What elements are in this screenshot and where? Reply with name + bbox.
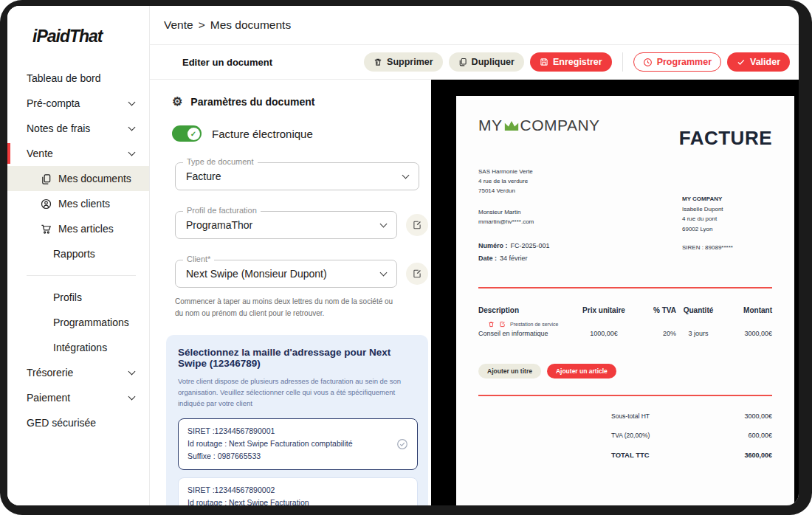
siren-number: SIREN : 89089***** [682,243,772,253]
copy-icon [458,58,467,66]
sidebar-item-vente[interactable]: Vente [7,141,149,166]
check-circle-icon [396,438,408,450]
chevron-down-icon [128,148,136,156]
addressing-panel: Sélectionnez la maille d'adressage pour … [166,335,428,505]
sidebar-divider [27,275,136,276]
parametres-section-header: ⚙ Paramètres du document [150,96,431,108]
breadcrumb: Vente > Mes documents [150,6,799,45]
page-title: Editer un document [182,57,272,68]
invoice-meta: Numéro :FC-2025-001 Date :34 février [478,240,550,265]
supprimer-button[interactable]: Supprimer [364,52,443,72]
sidebar-item-integrations[interactable]: Intégrations [7,335,149,360]
client-select[interactable]: Client* Next Swipe (Monsieur Dupont) [175,260,397,288]
sidebar-item-mes-documents[interactable]: Mes documents [7,166,149,191]
field-value: ProgramaThor [186,219,374,231]
clock-icon [643,58,653,67]
sidebar-item-tresorerie[interactable]: Trésorerie [7,360,149,385]
gear-icon: ⚙ [172,96,182,108]
sidebar-item-label: Intégrations [53,342,107,353]
sidebar-item-label: Notes de frais [27,122,90,134]
crown-icon [503,120,520,131]
dupliquer-button[interactable]: Dupliquer [449,52,524,72]
window-frame: iPaidThat Tableau de bord Pré-compta Not… [0,0,812,515]
einvoice-toggle-label: Facture électronique [212,128,313,140]
addressing-description: Votre client dispose de plusieurs adress… [178,376,418,409]
ajouter-un-article-button[interactable]: Ajouter un article [547,364,616,379]
ipaidthat-logo: iPaidThat [7,6,149,46]
addressing-option-2[interactable]: SIRET :12344567890002 Id routage : Next … [178,477,418,506]
sidebar-item-label: Paiement [27,392,70,404]
sidebar-item-label: Programmations [53,317,129,328]
sidebar-item-rapports[interactable]: Rapports [7,241,149,266]
einvoice-toggle[interactable]: ✓ [172,125,202,142]
documents-icon [41,173,52,184]
type-de-document-select[interactable]: Type de document Facture [175,162,419,190]
sidebar-item-label: Trésorerie [27,367,73,379]
invoice-preview-panel: MY COMPANY FACTURE SAS Harmonie Verte 4 … [431,80,799,505]
breadcrumb-separator: > [199,18,205,32]
sidebar-item-profils[interactable]: Profils [7,285,149,310]
row-tools: Prestation de service [488,321,772,328]
invoice-line-item: Conseil en informatique 1000,00€ 20% 3 j… [478,330,772,337]
cart-icon [41,224,52,235]
invoice-page: MY COMPANY FACTURE SAS Harmonie Verte 4 … [456,96,794,505]
sidebar-item-label: Mes articles [58,223,114,235]
sidebar-item-paiement[interactable]: Paiement [7,385,149,410]
sidebar-item-mes-articles[interactable]: Mes articles [7,216,149,241]
chevron-down-icon [128,123,136,131]
client-helper-text: Commencer à taper au moins deux lettres … [175,296,400,319]
invoice-divider [478,287,772,288]
trash-icon [374,58,382,66]
siret-line: SIRET :12344567890001 [187,425,390,438]
edit-document-icon[interactable] [499,321,506,328]
addressing-title: Sélectionnez la maille d'adressage pour … [178,347,418,369]
logo-text: iPaidThat [32,27,103,46]
edit-profile-button[interactable] [406,214,428,236]
valider-button[interactable]: Valider [727,52,790,72]
sidebar-item-label: GED sécurisée [27,417,96,429]
field-label: Profil de facturation [183,206,261,215]
sidebar-item-notes-de-frais[interactable]: Notes de frais [7,116,149,141]
profil-de-facturation-select[interactable]: Profil de facturation ProgramaThor [175,211,397,239]
sender-contact: Monsieur Martin mmartin@hv****.com [478,208,550,227]
sidebar-item-mes-clients[interactable]: Mes clients [7,191,149,216]
field-value: Next Swipe (Monsieur Dupont) [186,268,374,280]
document-editor-panel: ⚙ Paramètres du document ✓ Facture élect… [150,80,431,505]
sidebar-item-ged-securisee[interactable]: GED sécurisée [7,410,149,435]
sidebar-item-tableau-de-bord[interactable]: Tableau de bord [7,66,149,91]
save-icon [540,58,548,66]
sidebar-item-label: Mes documents [58,173,131,184]
chevron-down-icon [128,367,136,375]
suffix-line: Suffixe : 0987665533 [187,450,390,463]
sidebar-item-programmations[interactable]: Programmations [7,310,149,335]
invoice-totals: Sous-total HT 3000,00€ TVA (20,00%) 600,… [611,407,772,465]
app-window: iPaidThat Tableau de bord Pré-compta Not… [7,6,799,505]
section-title: Paramètres du document [190,96,314,108]
enregistrer-button[interactable]: Enregistrer [530,52,612,72]
main-area: Vente > Mes documents Editer un document… [150,6,799,505]
chevron-down-icon [128,98,136,106]
sidebar-item-pre-compta[interactable]: Pré-compta [7,91,149,116]
ajouter-un-titre-button[interactable]: Ajouter un titre [478,364,541,379]
einvoice-toggle-row: ✓ Facture électronique [172,125,431,142]
row-tag: Prestation de service [510,322,558,327]
trash-icon[interactable] [488,321,495,328]
edit-client-button[interactable] [406,263,428,285]
subtotal-row: Sous-total HT 3000,00€ [611,407,772,426]
vat-row: TVA (20,00%) 600,00€ [611,426,772,445]
invoice-table: Description Prix unitaire % TVA Quantité… [478,306,772,337]
sidebar-nav: Tableau de bord Pré-compta Notes de frai… [7,66,149,435]
chevron-down-icon [402,171,410,179]
field-value: Facture [186,170,396,182]
breadcrumb-section[interactable]: Vente [164,18,193,32]
routing-line: Id routage : Next Swipe Facturation [187,497,408,505]
edit-document-icon [412,220,422,230]
programmer-button[interactable]: Programmer [633,52,721,72]
invoice-divider [478,395,772,396]
edit-document-icon [412,269,422,279]
toolbar-actions: Supprimer Dupliquer Enregistrer Programm… [364,52,799,72]
breadcrumb-page: Mes documents [210,18,291,32]
addressing-option-1[interactable]: SIRET :12344567890001 Id routage : Next … [178,418,418,470]
chevron-down-icon [380,220,388,227]
sender-address: SAS Harmonie Verte 4 rue de la verdure 7… [478,167,550,196]
